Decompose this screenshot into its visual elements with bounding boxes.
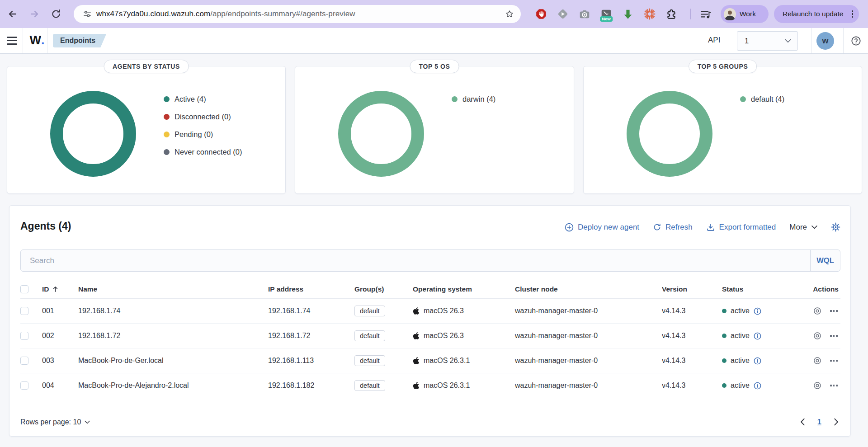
column-header-version[interactable]: Version bbox=[662, 285, 722, 293]
status-label: active bbox=[731, 381, 750, 390]
group-badge[interactable]: default bbox=[354, 306, 385, 316]
group-badge[interactable]: default bbox=[354, 380, 385, 391]
table-row[interactable]: 003 MacBook-Pro-de-Ger.local 192.168.1.1… bbox=[20, 348, 840, 373]
view-agent-eye-icon[interactable] bbox=[813, 381, 821, 390]
bookmark-star-icon[interactable] bbox=[505, 9, 514, 19]
rows-per-page-selector[interactable]: Rows per page: 10 bbox=[20, 418, 90, 426]
chevron-down-icon bbox=[85, 420, 90, 424]
deploy-new-agent-button[interactable]: Deploy new agent bbox=[565, 223, 639, 232]
relaunch-to-update-button[interactable]: Relaunch to update bbox=[774, 5, 859, 23]
agents-table: ID Name IP address Group(s) Operating sy… bbox=[20, 280, 840, 398]
screenshot-extension-icon[interactable] bbox=[579, 8, 590, 20]
top-5-groups-donut[interactable] bbox=[627, 91, 712, 177]
select-all-checkbox[interactable] bbox=[20, 285, 28, 293]
new-extension-icon[interactable]: New bbox=[600, 8, 612, 20]
page-number-1[interactable]: 1 bbox=[817, 418, 821, 426]
view-agent-eye-icon[interactable] bbox=[813, 332, 821, 340]
breadcrumb-endpoints[interactable]: Endpoints bbox=[53, 34, 106, 47]
card-title: TOP 5 OS bbox=[410, 60, 459, 73]
cell-version: v4.14.3 bbox=[662, 381, 722, 390]
row-checkbox[interactable] bbox=[20, 307, 28, 315]
refresh-icon bbox=[653, 223, 661, 231]
table-row[interactable]: 001 192.168.1.74 192.168.1.74 default ma… bbox=[20, 299, 840, 324]
row-actions-ellipsis-icon[interactable] bbox=[830, 360, 838, 362]
next-page-icon[interactable] bbox=[834, 418, 839, 426]
row-checkbox[interactable] bbox=[20, 357, 28, 365]
column-header-actions: Actions bbox=[810, 285, 840, 293]
cell-os: macOS 26.3.1 bbox=[424, 357, 470, 365]
legend-dot bbox=[452, 96, 458, 102]
api-selector[interactable]: 1 bbox=[737, 31, 798, 51]
row-actions-ellipsis-icon[interactable] bbox=[830, 310, 838, 312]
export-formatted-button[interactable]: Export formatted bbox=[706, 223, 776, 232]
agents-by-status-donut[interactable] bbox=[50, 91, 136, 177]
user-avatar[interactable]: w bbox=[816, 32, 834, 50]
table-row[interactable]: 002 192.168.1.72 192.168.1.72 default ma… bbox=[20, 324, 840, 348]
dev-extension-icon[interactable] bbox=[557, 8, 569, 20]
previous-page-icon[interactable] bbox=[800, 418, 805, 426]
column-header-os[interactable]: Operating system bbox=[413, 285, 515, 293]
browser-profile-button[interactable]: Work bbox=[721, 5, 769, 23]
cell-name: MacBook-Pro-de-Ger.local bbox=[78, 357, 268, 365]
status-info-icon[interactable] bbox=[754, 307, 761, 315]
cell-os: macOS 26.3 bbox=[424, 332, 464, 340]
download-extension-icon[interactable] bbox=[622, 8, 634, 20]
browser-back-icon[interactable] bbox=[7, 9, 18, 19]
group-badge[interactable]: default bbox=[354, 355, 385, 366]
column-header-ip[interactable]: IP address bbox=[268, 285, 354, 293]
row-actions-ellipsis-icon[interactable] bbox=[830, 335, 838, 337]
plus-circle-icon bbox=[565, 223, 574, 232]
status-info-icon[interactable] bbox=[754, 382, 761, 390]
adblock-extension-icon[interactable] bbox=[535, 8, 547, 20]
extensions-puzzle-icon[interactable] bbox=[665, 8, 677, 20]
legend-item-disconnected[interactable]: Disconnected (0) bbox=[164, 108, 242, 126]
address-bar[interactable]: whx47s7yda0u.cloud.wazuh.com/app/endpoin… bbox=[74, 5, 521, 23]
menu-hamburger-icon[interactable] bbox=[7, 37, 17, 45]
row-checkbox[interactable] bbox=[20, 381, 28, 390]
column-header-id[interactable]: ID bbox=[42, 285, 78, 293]
search-input[interactable] bbox=[21, 250, 810, 271]
legend-item-default[interactable]: default (4) bbox=[740, 90, 784, 108]
table-row[interactable]: 004 MacBook-Pro-de-Alejandro-2.local 192… bbox=[20, 373, 840, 398]
cell-name: 192.168.1.72 bbox=[78, 332, 268, 340]
cell-ip: 192.168.1.182 bbox=[268, 381, 354, 390]
column-header-cluster[interactable]: Cluster node bbox=[515, 285, 662, 293]
row-checkbox[interactable] bbox=[20, 332, 28, 340]
browser-forward-icon[interactable] bbox=[29, 9, 40, 19]
media-controls-icon[interactable] bbox=[700, 9, 712, 20]
top-5-groups-card: TOP 5 GROUPS default (4) bbox=[583, 66, 862, 194]
legend-item-pending[interactable]: Pending (0) bbox=[164, 126, 242, 143]
column-header-groups[interactable]: Group(s) bbox=[354, 285, 413, 293]
legend-item-active[interactable]: Active (4) bbox=[164, 90, 242, 108]
view-agent-eye-icon[interactable] bbox=[813, 357, 821, 365]
more-button[interactable]: More bbox=[789, 223, 817, 232]
browser-menu-icon[interactable] bbox=[852, 10, 854, 18]
starburst-extension-icon[interactable] bbox=[644, 8, 656, 20]
group-badge[interactable]: default bbox=[354, 330, 385, 341]
browser-refresh-icon[interactable] bbox=[51, 9, 61, 19]
legend-item-never-connected[interactable]: Never connected (0) bbox=[164, 143, 242, 161]
relaunch-label: Relaunch to update bbox=[783, 10, 843, 18]
row-actions-ellipsis-icon[interactable] bbox=[830, 385, 838, 386]
cell-cluster: wazuh-manager-master-0 bbox=[515, 357, 662, 365]
status-info-icon[interactable] bbox=[754, 332, 761, 340]
card-title: AGENTS BY STATUS bbox=[104, 60, 189, 73]
site-info-icon[interactable] bbox=[83, 9, 92, 19]
column-header-name[interactable]: Name bbox=[78, 285, 268, 293]
status-info-icon[interactable] bbox=[754, 357, 761, 365]
wql-language-button[interactable]: WQL bbox=[810, 250, 840, 271]
table-settings-gear-icon[interactable] bbox=[831, 222, 840, 232]
help-icon[interactable] bbox=[851, 36, 861, 46]
view-agent-eye-icon[interactable] bbox=[813, 307, 821, 315]
top-5-os-donut[interactable] bbox=[338, 91, 424, 177]
refresh-button[interactable]: Refresh bbox=[653, 223, 693, 232]
agents-search-bar: WQL bbox=[20, 249, 840, 272]
wazuh-logo[interactable]: W. bbox=[27, 33, 47, 47]
legend: darwin (4) bbox=[452, 90, 495, 108]
legend: default (4) bbox=[740, 90, 784, 108]
column-header-status[interactable]: Status bbox=[722, 285, 810, 293]
legend-item-darwin[interactable]: darwin (4) bbox=[452, 90, 495, 108]
cell-id: 002 bbox=[42, 332, 78, 340]
pagination: 1 bbox=[800, 418, 839, 426]
legend-dot bbox=[164, 149, 170, 155]
